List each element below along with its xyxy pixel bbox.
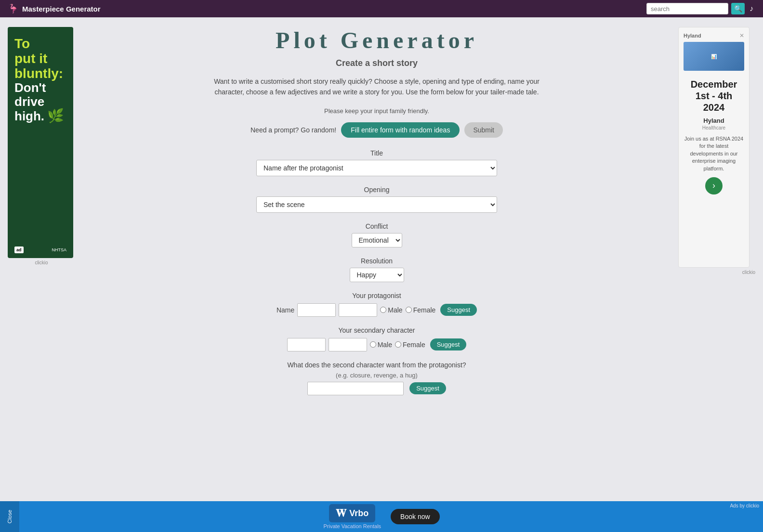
want-input[interactable] (307, 382, 404, 395)
ad-left-text2: put it (14, 52, 66, 66)
vrbo-wordmark: Vrbo (349, 508, 368, 519)
sort-icon: ♪ (750, 4, 753, 13)
page-title: Plot Generator (276, 27, 478, 53)
secondary-suggest-button[interactable]: Suggest (430, 338, 467, 350)
random-label: Need a prompt? Go random! (250, 126, 336, 134)
chevron-right-icon: › (712, 181, 715, 191)
ad-right-date: December 1st - 4th 2024 (684, 78, 744, 113)
want-example: (e.g. closure, revenge, a hug) (287, 372, 466, 379)
protagonist-first-input[interactable] (297, 303, 336, 317)
bottom-banner: Close 𝐖 Vrbo Private Vacation Rentals Bo… (0, 501, 763, 532)
ads-by-label: Ads by clickio (730, 503, 759, 508)
search-input[interactable] (646, 3, 728, 14)
close-banner-label: Close (7, 510, 13, 523)
ad-right-body: Join us as at RSNA 2024 for the latest d… (684, 135, 744, 172)
opening-section: Opening Set the scene Start with action … (256, 186, 497, 213)
ad-right-close-button[interactable]: ✕ (739, 32, 744, 39)
right-sidebar: Hyland ✕ 📊 December 1st - 4th 2024 Hylan… (678, 27, 755, 405)
book-now-button[interactable]: Book now (391, 509, 439, 524)
secondary-name-row: Male Female Suggest (287, 338, 467, 351)
resolution-select[interactable]: Happy Sad Ambiguous Random (350, 268, 404, 282)
protagonist-male-text: Male (388, 306, 402, 314)
protagonist-male-label[interactable]: Male (380, 306, 402, 314)
secondary-female-text: Female (403, 341, 425, 349)
submit-button[interactable]: Submit (464, 122, 503, 138)
opening-label: Opening (256, 186, 497, 194)
fill-random-button[interactable]: Fill entire form with random ideas (341, 122, 460, 138)
flamingo-icon: 🦩 (8, 3, 18, 14)
brand-name: Masterpiece Generator (22, 5, 101, 13)
secondary-male-label[interactable]: Male (370, 341, 392, 349)
cannabis-icon: 🌿 (47, 109, 64, 124)
title-label: Title (256, 149, 497, 157)
name-label: Name (276, 306, 294, 314)
ad-right-clickio: clickio (678, 270, 755, 275)
secondary-male-radio[interactable] (370, 341, 376, 348)
ad-right: Hyland ✕ 📊 December 1st - 4th 2024 Hylan… (678, 27, 750, 268)
protagonist-female-radio[interactable] (406, 307, 412, 313)
ad-left-text1: To (14, 37, 66, 52)
secondary-section: Your secondary character Male Female Sug… (287, 326, 467, 351)
secondary-female-radio[interactable] (395, 341, 401, 348)
ad-left-clickio: clickio (8, 260, 75, 265)
ad-right-cta-button[interactable]: › (705, 177, 723, 195)
nhtsa-logo: NHTSA (52, 247, 66, 252)
ad-image-placeholder: 📊 (711, 54, 717, 59)
nav-right: 🔍 ♪ (646, 3, 755, 14)
secondary-female-label[interactable]: Female (395, 341, 425, 349)
ad-right-image: 📊 (684, 42, 744, 71)
page-description: Want to write a customised short story r… (208, 76, 545, 98)
conflict-section: Conflict Emotional Physical Social Rando… (256, 222, 497, 247)
search-button[interactable]: 🔍 (731, 3, 745, 14)
close-banner-button[interactable]: Close (0, 501, 19, 532)
protagonist-name-row: Name Male Female Suggest (276, 303, 477, 317)
page-subtitle: Create a short story (336, 58, 418, 68)
conflict-select[interactable]: Emotional Physical Social Random (352, 233, 402, 247)
opening-select[interactable]: Set the scene Start with action Start wi… (256, 196, 497, 213)
vrbo-sub: Private Vacation Rentals (323, 523, 381, 529)
ad-left-text6: high. (14, 109, 44, 123)
protagonist-last-input[interactable] (339, 303, 377, 317)
main-content: Plot Generator Create a short story Want… (75, 27, 678, 405)
want-label: What does the second character want from… (287, 361, 466, 369)
protagonist-section: Your protagonist Name Male Female Sugges… (276, 292, 477, 317)
left-sidebar: To put it bluntly: Don't drive high. 🌿 a… (8, 27, 75, 405)
secondary-first-input[interactable] (287, 338, 326, 351)
want-input-row: Suggest (287, 382, 466, 395)
ad-right-logo: Hyland (684, 33, 701, 39)
sort-button[interactable]: ♪ (748, 4, 755, 13)
brand: 🦩 Masterpiece Generator (8, 3, 101, 14)
ad-hyland-name: Hyland (684, 117, 744, 124)
want-suggest-button[interactable]: Suggest (409, 382, 446, 394)
resolution-label: Resolution (256, 257, 497, 265)
ad-left: To put it bluntly: Don't drive high. 🌿 a… (8, 27, 73, 258)
ad-left-text4: Don't (14, 81, 66, 95)
want-section: What does the second character want from… (287, 361, 466, 395)
page-layout: To put it bluntly: Don't drive high. 🌿 a… (0, 17, 763, 415)
ad-left-text3: bluntly: (14, 66, 66, 81)
protagonist-label: Your protagonist (276, 292, 477, 299)
ad-left-footer: ad NHTSA (14, 247, 66, 253)
protagonist-female-text: Female (413, 306, 436, 314)
ad-right-header: Hyland ✕ (684, 32, 744, 39)
secondary-last-input[interactable] (329, 338, 367, 351)
protagonist-suggest-button[interactable]: Suggest (440, 304, 477, 316)
vrbo-logo: 𝐖 (336, 507, 346, 519)
search-icon: 🔍 (734, 5, 742, 13)
title-section: Title Name after the protagonist Name af… (256, 149, 497, 176)
title-select[interactable]: Name after the protagonist Name after th… (256, 160, 497, 176)
secondary-male-text: Male (378, 341, 392, 349)
ad-hyland-sub: Healthcare (684, 125, 744, 130)
family-note: Please keep your input family friendly. (324, 107, 429, 115)
secondary-label: Your secondary character (287, 326, 467, 334)
top-navigation: 🦩 Masterpiece Generator 🔍 ♪ (0, 0, 763, 17)
protagonist-female-label[interactable]: Female (406, 306, 436, 314)
conflict-label: Conflict (256, 222, 497, 230)
resolution-section: Resolution Happy Sad Ambiguous Random (256, 257, 497, 282)
random-row: Need a prompt? Go random! Fill entire fo… (250, 122, 503, 138)
ad-logo: ad (14, 247, 24, 253)
protagonist-male-radio[interactable] (380, 307, 386, 313)
ad-left-text5: drive (14, 95, 66, 109)
